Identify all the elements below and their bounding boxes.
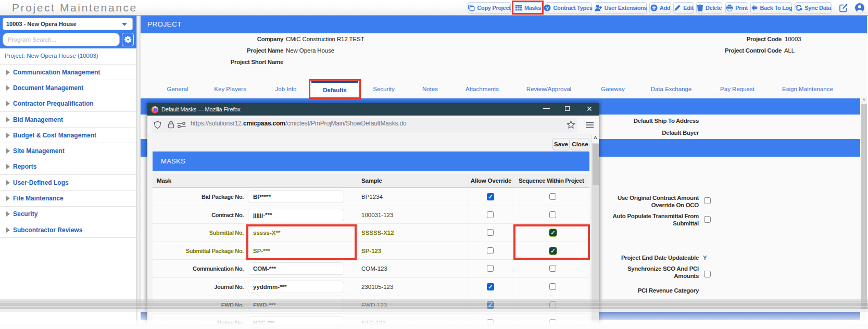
svg-text:?: ?: [546, 5, 549, 11]
